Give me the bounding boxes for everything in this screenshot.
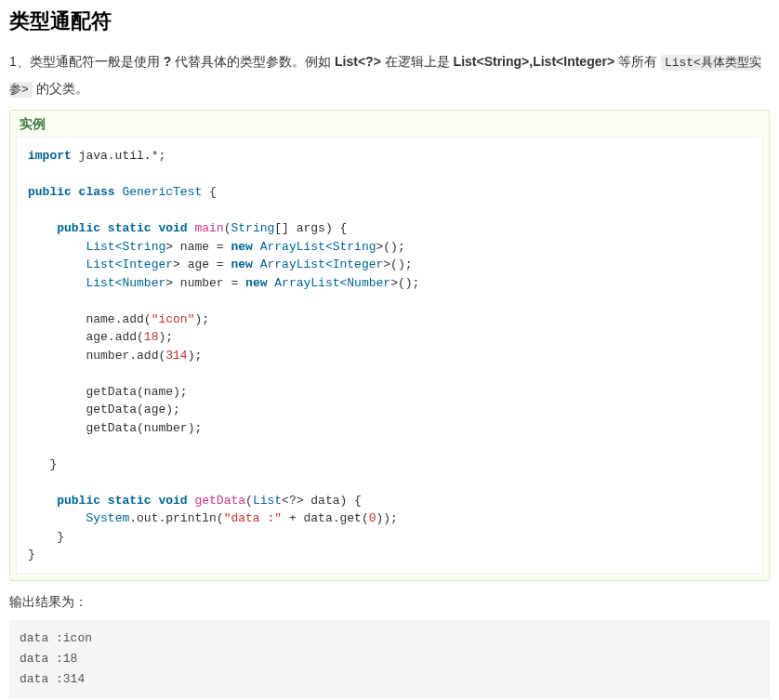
code-fn: main [188, 221, 224, 235]
code-kw: void [152, 221, 188, 235]
code-str: "data :" [224, 511, 282, 525]
intro-text: 代替具体的类型参数。例如 [171, 54, 335, 69]
code-type: Integer [333, 258, 384, 271]
code-text: getData(age); [86, 403, 179, 416]
code-str: "icon" [152, 312, 195, 326]
code-kw: new [245, 276, 267, 290]
code-fn: getData [188, 494, 245, 508]
code-kw: class [72, 185, 115, 199]
code-class: GenericTest [115, 185, 209, 199]
code-pun: { [209, 185, 217, 199]
code-text: java.util.*; [72, 149, 165, 163]
code-type: Integer [122, 258, 173, 271]
intro-text: 1、类型通配符一般是使用 [9, 54, 164, 69]
code-text: getData(number); [86, 421, 202, 435]
intro-text: 的父类。 [33, 81, 88, 96]
code-type: List< [86, 276, 122, 290]
intro-qmark: ? [164, 54, 172, 69]
code-kw: new [231, 258, 252, 271]
code-pun: } [28, 548, 35, 561]
output-label: 输出结果为： [9, 594, 770, 611]
code-pun: ) { [325, 221, 347, 235]
code-text: <?> data) { [282, 494, 362, 508]
code-num: 18 [144, 330, 159, 344]
code-kw: void [152, 494, 188, 508]
code-text: >(); [376, 240, 405, 254]
code-kw: public [57, 494, 100, 508]
code-block: import java.util.*; public class Generic… [16, 137, 763, 575]
code-type: String [333, 240, 376, 254]
code-num: 314 [165, 349, 187, 363]
code-pun: } [49, 457, 57, 471]
code-text: )); [376, 511, 398, 525]
intro-text: 在逻辑上是 [381, 54, 454, 69]
code-type: List< [86, 240, 122, 254]
code-text: ); [188, 349, 203, 363]
code-type: String [231, 221, 274, 235]
code-text: getData(name); [86, 385, 187, 399]
code-text: .out.println( [129, 511, 223, 525]
code-text: > number = [165, 276, 245, 290]
code-kw: public [57, 221, 100, 235]
output-block: data :icon data :18 data :314 [9, 620, 770, 698]
code-text: >(); [383, 258, 412, 271]
intro-text: 等所有 [614, 54, 661, 69]
code-text: > name = [165, 240, 231, 254]
code-kw: static [100, 494, 152, 508]
code-text: + data.get( [282, 511, 369, 525]
code-type: ArrayList< [267, 276, 347, 290]
code-kw: import [28, 149, 72, 163]
example-box: 实例 import java.util.*; public class Gene… [9, 110, 770, 581]
code-type: ArrayList< [253, 258, 333, 271]
intro-bold: List<?> [335, 54, 381, 69]
code-type: Number [122, 276, 165, 290]
code-type: List< [86, 258, 122, 271]
intro-bold: List<String>,List<Integer> [454, 54, 615, 69]
example-title: 实例 [10, 111, 769, 137]
code-text: age.add( [86, 330, 143, 344]
code-type: Number [347, 276, 390, 290]
code-type: List [253, 494, 282, 508]
code-text: [] args [274, 221, 325, 235]
code-num: 0 [369, 511, 376, 525]
code-text: >(); [390, 276, 419, 290]
code-type: ArrayList< [253, 240, 333, 254]
section-heading: 类型通配符 [9, 7, 770, 35]
code-kw: new [231, 240, 252, 254]
code-text: ); [194, 312, 209, 326]
code-type: System [86, 511, 129, 525]
code-kw: static [100, 221, 152, 235]
code-pun: ( [245, 494, 253, 508]
code-text: name.add( [86, 312, 151, 326]
code-text: > age = [173, 258, 231, 271]
code-text: number.add( [86, 349, 165, 363]
intro-paragraph: 1、类型通配符一般是使用 ? 代替具体的类型参数。例如 List<?> 在逻辑上… [9, 48, 770, 102]
code-text: ); [158, 330, 173, 344]
code-kw: public [28, 185, 72, 199]
code-pun: } [57, 530, 64, 544]
code-type: String [122, 240, 165, 254]
